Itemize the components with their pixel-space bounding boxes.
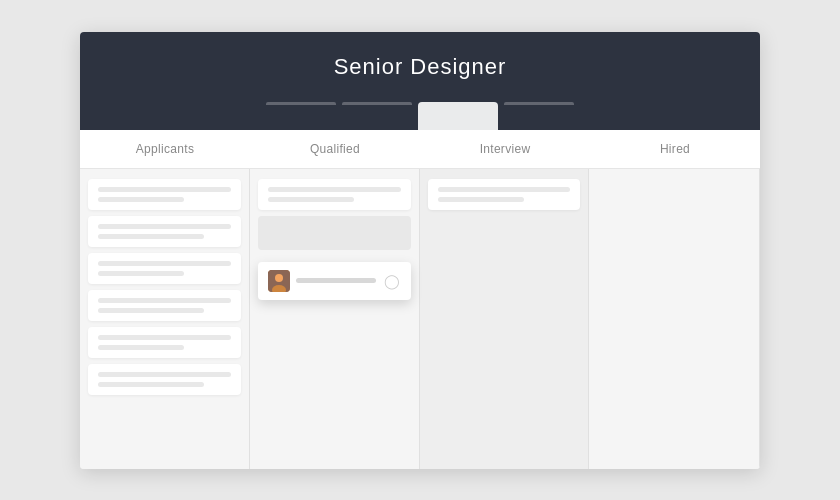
- progress-tabs: [100, 98, 740, 130]
- col-header-qualified: Qualified: [250, 142, 420, 156]
- column-headers: Applicants Qualified Interview Hired: [80, 130, 760, 169]
- card-line: [98, 224, 231, 229]
- applicant-card-4[interactable]: [88, 290, 241, 321]
- candidate-avatar: [268, 270, 290, 292]
- card-line: [98, 308, 204, 313]
- card-line: [438, 197, 524, 202]
- kanban-board: Senior Designer Applicants Qualified Int…: [80, 32, 760, 469]
- col-header-hired: Hired: [590, 142, 760, 156]
- column-hired: [589, 169, 759, 469]
- card-content-line: [296, 278, 376, 283]
- applicant-card-3[interactable]: [88, 253, 241, 284]
- card-line: [98, 335, 231, 340]
- card-line: [98, 197, 184, 202]
- svg-point-1: [275, 274, 283, 282]
- card-line: [98, 187, 231, 192]
- card-line: [98, 345, 184, 350]
- drop-placeholder: [258, 216, 411, 250]
- tab-indicator-4[interactable]: [504, 102, 574, 105]
- dragging-card[interactable]: ◯: [258, 262, 411, 300]
- applicant-card-6[interactable]: [88, 364, 241, 395]
- card-line: [98, 298, 231, 303]
- board-header: Senior Designer: [80, 32, 760, 130]
- tab-indicator-2[interactable]: [342, 102, 412, 105]
- qualified-card-1[interactable]: [258, 179, 411, 210]
- column-applicants: [80, 169, 250, 469]
- card-line: [438, 187, 571, 192]
- column-qualified: ◯: [250, 169, 420, 469]
- card-line: [98, 372, 231, 377]
- card-line: [268, 197, 354, 202]
- drag-card-left: [268, 270, 376, 292]
- interview-card-1[interactable]: [428, 179, 581, 210]
- col-header-applicants: Applicants: [80, 142, 250, 156]
- board-title: Senior Designer: [100, 54, 740, 98]
- card-line: [268, 187, 401, 192]
- column-interview: [420, 169, 590, 469]
- drag-handle-icon[interactable]: ◯: [383, 272, 401, 290]
- kanban-body: ◯: [80, 169, 760, 469]
- card-line: [98, 234, 204, 239]
- card-line: [98, 261, 231, 266]
- card-line: [98, 382, 204, 387]
- tab-indicator-1[interactable]: [266, 102, 336, 105]
- applicant-card-1[interactable]: [88, 179, 241, 210]
- applicant-card-5[interactable]: [88, 327, 241, 358]
- tab-indicator-3-active[interactable]: [418, 102, 498, 130]
- col-header-interview: Interview: [420, 142, 590, 156]
- card-line: [98, 271, 184, 276]
- applicant-card-2[interactable]: [88, 216, 241, 247]
